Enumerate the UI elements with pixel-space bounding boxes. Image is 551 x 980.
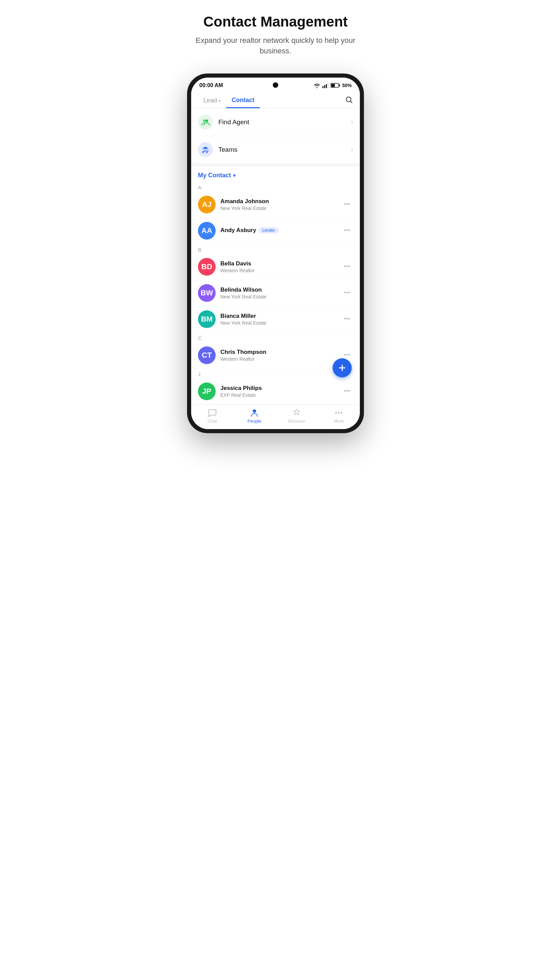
status-icons: 50% (314, 83, 352, 88)
my-contact-label: My Contact (198, 172, 231, 179)
svg-rect-5 (339, 84, 340, 86)
contact-row[interactable]: BM Bianca Miller New York Real Estate ••… (191, 306, 360, 332)
nav-item-more[interactable]: More (318, 408, 360, 424)
contact-info: Chris Thompson Western Realtor (221, 349, 341, 362)
wifi-icon (314, 83, 321, 88)
svg-point-16 (253, 409, 256, 413)
svg-rect-0 (322, 86, 324, 88)
contact-name: Amanda Johnson (221, 198, 341, 205)
avatar: AJ (198, 196, 216, 213)
people-icon (250, 408, 259, 417)
avatar: BW (198, 284, 216, 302)
more-icon (334, 408, 343, 417)
avatar: CT (198, 347, 216, 364)
nav-item-chat[interactable]: Chat (191, 408, 233, 424)
phone-inner: 00:00 AM (191, 78, 360, 429)
more-menu-button[interactable]: ••• (341, 199, 353, 209)
my-contact-header[interactable]: My Contact ▾ (191, 166, 360, 182)
lender-badge: Lender (259, 227, 278, 234)
contact-name: Belinda Wilson (221, 286, 341, 293)
more-menu-button[interactable]: ••• (341, 314, 353, 324)
tab-lead[interactable]: Lead ▾ (198, 93, 226, 108)
chat-icon (208, 408, 217, 417)
avatar: JP (198, 382, 216, 400)
status-bar: 00:00 AM (191, 78, 360, 91)
find-agent-row[interactable]: Find Agent › (191, 108, 360, 136)
svg-rect-3 (327, 83, 329, 88)
nav-discover-label: Discover (288, 418, 305, 424)
contact-company: New York Real Estate (221, 320, 341, 326)
nav-chat-label: Chat (208, 418, 217, 424)
contact-name: Jessica Philips (221, 385, 341, 392)
section-a-label: A (191, 182, 360, 192)
contact-row[interactable]: AJ Amanda Johnson New York Real Estate •… (191, 192, 360, 218)
contact-company: New York Real Estate (221, 205, 341, 211)
nav-more-label: More (333, 418, 344, 424)
tab-contact[interactable]: Contact (226, 93, 260, 108)
find-agent-icon (198, 115, 213, 130)
teams-icon (198, 142, 213, 157)
section-separator (191, 164, 360, 166)
find-agent-label: Find Agent (218, 118, 351, 126)
my-contact-chevron: ▾ (233, 172, 236, 179)
more-menu-button[interactable]: ••• (341, 262, 353, 272)
add-contact-fab[interactable] (333, 358, 352, 377)
page-title: Contact Management (203, 14, 348, 30)
contact-row[interactable]: AA Andy Asbury Lender ••• (191, 218, 360, 244)
svg-point-17 (335, 412, 337, 414)
bottom-nav: Chat People Discover (191, 404, 360, 429)
avatar: BM (198, 310, 216, 328)
more-menu-button[interactable]: ••• (341, 288, 353, 298)
more-menu-button[interactable]: ••• (341, 226, 353, 235)
teams-row[interactable]: Teams › (191, 136, 360, 164)
nav-tabs: Lead ▾ Contact (191, 91, 360, 108)
svg-point-19 (341, 412, 343, 414)
contact-company: New York Real Estate (221, 294, 341, 299)
contact-company: Western Realtor (221, 268, 341, 273)
contact-name: Andy Asbury Lender (221, 227, 341, 234)
nav-item-people[interactable]: People (233, 408, 275, 424)
svg-point-13 (205, 147, 207, 149)
contact-name: Bella Davis (221, 260, 341, 267)
contact-company: Western Realtor (221, 356, 341, 362)
discover-icon (292, 408, 301, 417)
teams-label: Teams (218, 146, 351, 153)
contact-row[interactable]: BD Bella Davis Western Realtor ••• (191, 254, 360, 280)
svg-point-10 (205, 119, 208, 122)
status-time: 00:00 AM (199, 82, 223, 89)
contact-info: Belinda Wilson New York Real Estate (221, 286, 341, 299)
section-b-label: B (191, 244, 360, 254)
contact-info: Bianca Miller New York Real Estate (221, 313, 341, 326)
battery-text: 50% (342, 83, 352, 88)
phone-frame: 00:00 AM (187, 73, 364, 433)
contact-row[interactable]: JP Jessica Philips EXP Real Estate ••• (191, 379, 360, 404)
nav-item-discover[interactable]: Discover (275, 408, 318, 424)
svg-rect-6 (331, 84, 335, 87)
contact-row[interactable]: BW Belinda Wilson New York Real Estate •… (191, 280, 360, 306)
contact-info: Andy Asbury Lender (221, 227, 341, 234)
section-c-label: C (191, 332, 360, 342)
signal-icon (322, 83, 329, 88)
svg-point-18 (338, 412, 340, 414)
svg-rect-2 (326, 84, 327, 88)
contact-company: EXP Real Estate (221, 392, 341, 398)
battery-icon (330, 83, 340, 88)
contact-name: Bianca Miller (221, 313, 341, 320)
svg-point-9 (203, 119, 206, 122)
avatar: AA (198, 222, 216, 240)
contact-info: Jessica Philips EXP Real Estate (221, 385, 341, 398)
page-subtitle: Expand your realtor network quickly to h… (191, 35, 360, 56)
avatar: BD (198, 258, 216, 275)
contact-info: Amanda Johnson New York Real Estate (221, 198, 341, 211)
nav-people-label: People (248, 418, 261, 424)
svg-rect-1 (324, 85, 325, 88)
teams-chevron: › (351, 146, 353, 153)
camera-notch (273, 82, 278, 88)
find-agent-chevron: › (351, 118, 353, 126)
svg-line-8 (351, 101, 353, 103)
content-area: Find Agent › Teams › (191, 108, 360, 404)
search-icon[interactable] (345, 95, 353, 106)
more-menu-button[interactable]: ••• (341, 386, 353, 396)
contact-name: Chris Thompson (221, 349, 341, 356)
contact-info: Bella Davis Western Realtor (221, 260, 341, 273)
